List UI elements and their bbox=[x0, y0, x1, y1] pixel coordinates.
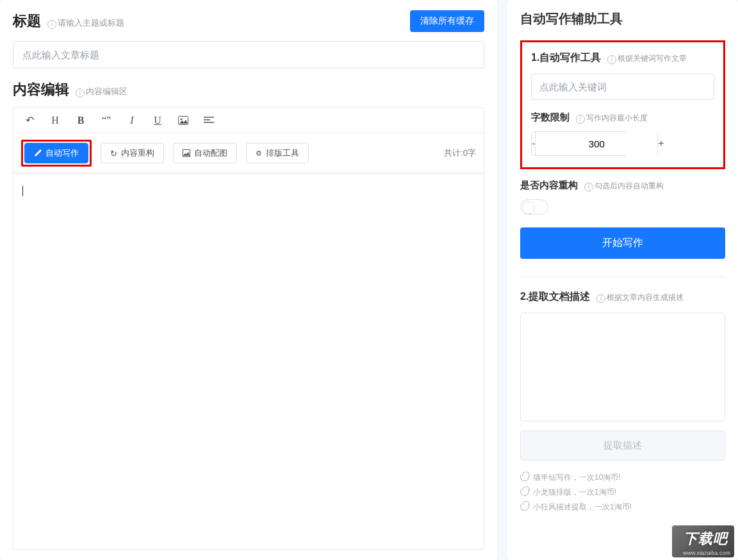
editor-panel: 标题 i请输入主题或标题 清除所有缓存 内容编辑 i内容编辑区 ↶ H B “”… bbox=[0, 0, 497, 560]
content-editor[interactable] bbox=[13, 174, 484, 550]
article-title-input[interactable] bbox=[13, 41, 484, 69]
highlight-auto-write: 自动写作 bbox=[21, 140, 92, 167]
info-icon: i bbox=[596, 294, 605, 303]
quote-icon[interactable]: “” bbox=[101, 115, 112, 126]
start-writing-button[interactable]: 开始写作 bbox=[520, 227, 725, 259]
word-limit-value[interactable] bbox=[536, 132, 657, 155]
editor-toolbar: ↶ H B “” I U 自动写作 bbox=[13, 107, 484, 174]
cost-icon bbox=[520, 504, 529, 511]
keyword-input[interactable] bbox=[531, 74, 714, 100]
assistant-panel: 自动写作辅助工具 1.自动写作工具 i根据关键词写作文章 字数限制 i写作内容最… bbox=[507, 0, 738, 560]
info-icon: i bbox=[607, 55, 616, 64]
info-icon: i bbox=[47, 20, 56, 29]
content-hint: i内容编辑区 bbox=[76, 86, 127, 96]
cost-line: 小龙猫排版，一次1淘币! bbox=[533, 487, 616, 498]
text-cursor bbox=[22, 186, 23, 196]
assistant-title: 自动写作辅助工具 bbox=[520, 10, 725, 28]
settings-icon: ⚙ bbox=[256, 149, 262, 158]
info-icon: i bbox=[584, 183, 593, 192]
restructure-toggle[interactable] bbox=[520, 199, 548, 215]
watermark: 下载吧 www.xiazaiba.com bbox=[672, 525, 734, 557]
clear-cache-button[interactable]: 清除所有缓存 bbox=[410, 10, 484, 32]
restructure-button[interactable]: ↻ 内容重构 bbox=[101, 143, 164, 163]
italic-icon[interactable]: I bbox=[126, 115, 138, 126]
bold-icon[interactable]: B bbox=[75, 115, 86, 126]
description-output[interactable] bbox=[520, 313, 725, 422]
align-icon[interactable] bbox=[203, 117, 215, 124]
cost-icon bbox=[520, 475, 529, 481]
refresh-icon: ↻ bbox=[110, 149, 117, 158]
cost-line: 猫半仙写作，一次10淘币! bbox=[533, 472, 621, 483]
restructure-hint: i勾选后内容自动重构 bbox=[584, 181, 664, 190]
sec1-head: 1.自动写作工具 bbox=[531, 52, 601, 63]
underline-icon[interactable]: U bbox=[152, 115, 163, 126]
highlight-auto-write-tool: 1.自动写作工具 i根据关键词写作文章 字数限制 i写作内容最小长度 - + bbox=[520, 40, 725, 169]
cost-icon bbox=[520, 490, 529, 496]
word-count: 共计:0字 bbox=[444, 147, 476, 159]
auto-image-button[interactable]: 自动配图 bbox=[173, 143, 237, 163]
image-icon bbox=[183, 149, 190, 157]
info-icon: i bbox=[76, 88, 85, 97]
word-limit-stepper: - + bbox=[531, 131, 627, 156]
content-label: 内容编辑 bbox=[13, 80, 69, 99]
sec1-hint: i根据关键词写作文章 bbox=[607, 54, 687, 63]
auto-write-button[interactable]: 自动写作 bbox=[24, 143, 88, 163]
restructure-label: 是否内容重构 bbox=[520, 179, 578, 190]
divider bbox=[520, 277, 725, 277]
image-icon[interactable] bbox=[177, 116, 189, 125]
cost-line: 小狂风描述提取，一次1淘币! bbox=[533, 502, 632, 513]
sec2-hint: i根据文章内容生成描述 bbox=[596, 293, 684, 302]
extract-description-button[interactable]: 提取描述 bbox=[520, 431, 725, 461]
pencil-icon bbox=[34, 149, 42, 157]
title-hint: i请输入主题或标题 bbox=[47, 18, 124, 28]
svg-point-1 bbox=[181, 118, 183, 120]
undo-icon[interactable]: ↶ bbox=[24, 114, 35, 126]
limit-hint: i写作内容最小长度 bbox=[576, 113, 648, 122]
increment-button[interactable]: + bbox=[657, 132, 664, 155]
heading-icon[interactable]: H bbox=[49, 115, 61, 126]
layout-tool-button[interactable]: ⚙ 排版工具 bbox=[246, 143, 309, 163]
title-label: 标题 bbox=[13, 12, 41, 31]
sec2-head: 2.提取文档描述 bbox=[520, 291, 590, 302]
info-icon: i bbox=[576, 115, 585, 124]
cost-info: 猫半仙写作，一次10淘币! 小龙猫排版，一次1淘币! 小狂风描述提取，一次1淘币… bbox=[520, 472, 725, 516]
limit-label: 字数限制 bbox=[531, 111, 570, 122]
